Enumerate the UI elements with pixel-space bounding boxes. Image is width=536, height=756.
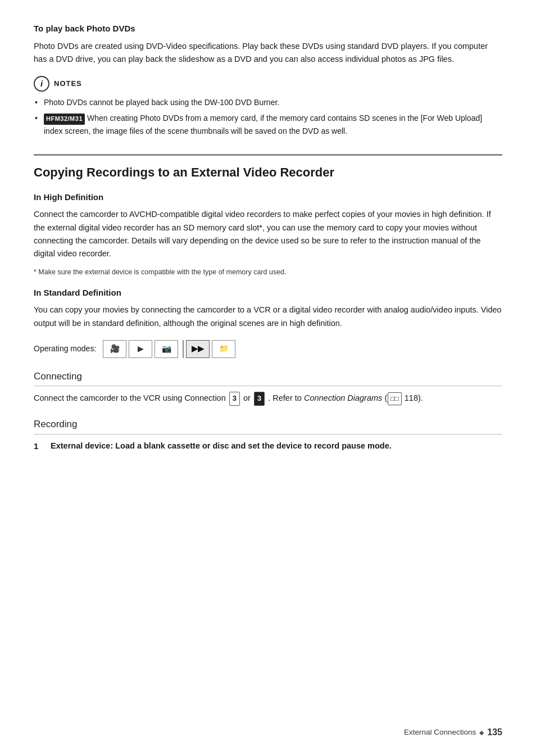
notes-list: Photo DVDs cannot be played back using t… bbox=[34, 96, 502, 141]
recording-section: Recording 1 External device: Load a blan… bbox=[34, 417, 502, 452]
major-divider bbox=[34, 154, 502, 156]
high-def-title: In High Definition bbox=[34, 191, 502, 204]
page-footer: External Connections ◆ 135 bbox=[404, 726, 502, 739]
std-def-section: In Standard Definition You can copy your… bbox=[34, 287, 502, 330]
connecting-page-ref: 118). bbox=[402, 393, 423, 402]
op-mode-box-5: 📁 bbox=[212, 340, 235, 358]
notes-block: i NOTES Photo DVDs cannot be played back… bbox=[34, 76, 502, 141]
recording-list: 1 External device: Load a blank cassette… bbox=[34, 440, 502, 453]
notes-item-2-text: When creating Photo DVDs from a memory c… bbox=[44, 114, 482, 135]
connecting-text-part2: . Refer to bbox=[268, 393, 302, 402]
std-def-body: You can copy your movies by connecting t… bbox=[34, 304, 502, 329]
footer-page-num: 135 bbox=[487, 726, 502, 739]
recording-heading: Recording bbox=[34, 417, 502, 434]
op-mode-box-4: ▶▶ bbox=[186, 340, 210, 358]
footer-diamond: ◆ bbox=[479, 728, 484, 737]
notes-badge: HFM32/M31 bbox=[44, 114, 85, 125]
op-mode-icon-1: 🎥 bbox=[110, 343, 120, 355]
op-mode-box-2: ▶︎ bbox=[129, 340, 152, 358]
high-def-footnote: * Make sure the external device is compa… bbox=[34, 267, 502, 278]
op-modes-label: Operating modes: bbox=[34, 343, 96, 355]
connecting-or: or bbox=[243, 393, 253, 402]
connecting-section: Connecting Connect the camcorder to the … bbox=[34, 369, 502, 406]
op-mode-icon-3: 📷 bbox=[162, 343, 171, 355]
top-title: To play back Photo DVDs bbox=[34, 22, 502, 35]
notes-item-2: HFM32/M31When creating Photo DVDs from a… bbox=[34, 112, 502, 137]
top-body: Photo DVDs are created using DVD-Video s… bbox=[34, 40, 502, 66]
major-heading: Copying Recordings to an External Video … bbox=[34, 165, 502, 181]
recording-step-1: 1 External device: Load a blank cassette… bbox=[34, 440, 502, 453]
op-mode-icon-5: 📁 bbox=[219, 343, 229, 355]
connecting-link-text: Connection Diagrams bbox=[304, 393, 382, 402]
op-mode-icon-4: ▶▶ bbox=[192, 343, 204, 355]
high-def-section: In High Definition Connect the camcorder… bbox=[34, 191, 502, 278]
top-section: To play back Photo DVDs Photo DVDs are c… bbox=[34, 22, 502, 66]
op-mode-icon-2: ▶︎ bbox=[138, 343, 144, 355]
high-def-body: Connect the camcorder to AVCHD-compatibl… bbox=[34, 208, 502, 260]
notes-header-row: i NOTES bbox=[34, 76, 502, 92]
notes-icon: i bbox=[34, 76, 49, 92]
notes-label: NOTES bbox=[54, 78, 82, 89]
notes-item-1-text: Photo DVDs cannot be played back using t… bbox=[44, 98, 279, 107]
footer-label: External Connections bbox=[404, 727, 476, 738]
step-1-text: External device: Load a blank cassette o… bbox=[51, 440, 392, 452]
connecting-text-part1: Connect the camcorder to the VCR using C… bbox=[34, 393, 226, 402]
notes-item-1: Photo DVDs cannot be played back using t… bbox=[34, 96, 502, 108]
connecting-text-part3: ( bbox=[384, 393, 387, 402]
op-mode-separator bbox=[183, 340, 184, 358]
op-mode-box-1: 🎥 bbox=[103, 340, 126, 358]
connecting-heading: Connecting bbox=[34, 369, 502, 387]
op-modes-row: Operating modes: 🎥 ▶︎ 📷 ▶▶ 📁 bbox=[34, 340, 502, 358]
op-mode-box-3: 📷 bbox=[155, 340, 178, 358]
connecting-book-symbol: □□ bbox=[388, 392, 402, 405]
connecting-box2: 3 bbox=[254, 392, 265, 406]
std-def-title: In Standard Definition bbox=[34, 287, 502, 300]
step-1-num: 1 bbox=[34, 440, 43, 453]
connecting-box1: 3 bbox=[229, 392, 240, 406]
connecting-text: Connect the camcorder to the VCR using C… bbox=[34, 392, 502, 406]
